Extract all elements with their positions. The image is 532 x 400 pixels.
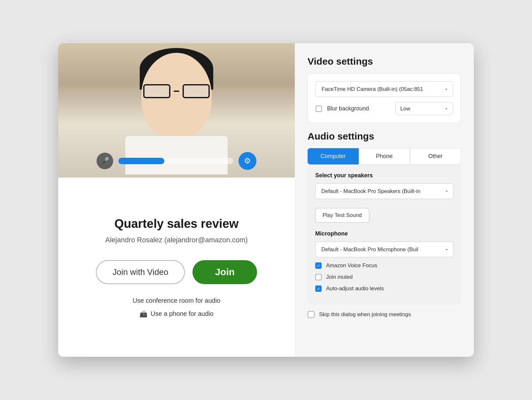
audio-settings-title: Audio settings [308, 131, 461, 142]
audio-level-fill [118, 158, 164, 164]
join-button[interactable]: Join [192, 260, 257, 284]
microphone-section: Microphone Default - MacBook Pro Microph… [315, 230, 453, 292]
speakers-select[interactable]: Default - MacBook Pro Speakers (Built-in [315, 183, 453, 199]
microphone-select[interactable]: Default - MacBook Pro Microphone (Buil‌ [315, 242, 453, 257]
join-muted-label: Join muted [326, 274, 353, 280]
glasses [143, 83, 210, 99]
phone-icon: 📠 [139, 310, 147, 318]
amazon-voice-focus-checkbox[interactable]: ✓ [315, 262, 322, 269]
skip-dialog-row: Skip this dialog when joining meetings [308, 311, 461, 319]
phone-audio-link[interactable]: 📠 Use a phone for audio [139, 310, 214, 318]
play-test-sound-button[interactable]: Play Test Sound [315, 208, 369, 223]
glass-left [143, 84, 170, 98]
settings-gear-button[interactable]: ⚙ [239, 152, 256, 170]
speakers-section-title: Select your speakers [315, 172, 453, 179]
audio-tabs: Computer Phone Other [308, 148, 461, 164]
tab-phone[interactable]: Phone [359, 148, 410, 164]
amazon-voice-focus-label: Amazon Voice Focus [326, 262, 377, 269]
blur-background-checkbox[interactable] [316, 106, 322, 112]
auto-adjust-label: Auto-adjust audio levels [326, 285, 384, 292]
auto-adjust-row: ✓ Auto-adjust audio levels [315, 285, 453, 292]
video-preview: 🎤 ⚙ [58, 43, 295, 178]
camera-select[interactable]: FaceTime HD Camera (Built-in) (05ac:851 [316, 81, 453, 97]
meeting-info: Quartely sales review Alejandro Rosalez … [83, 178, 270, 357]
phone-audio-label: Use a phone for audio [151, 310, 214, 317]
join-muted-checkbox[interactable] [315, 274, 322, 280]
auto-adjust-checkbox[interactable]: ✓ [315, 285, 322, 292]
join-buttons: Join with Video Join [96, 260, 257, 284]
microphone-section-title: Microphone [315, 230, 453, 237]
glass-bridge [174, 91, 179, 92]
amazon-voice-focus-row: ✓ Amazon Voice Focus [315, 262, 453, 269]
conference-room-link[interactable]: Use conference room for audio [133, 297, 221, 304]
audio-level-bar [118, 158, 233, 164]
meeting-title: Quartely sales review [114, 217, 239, 231]
skip-dialog-checkbox[interactable] [308, 311, 315, 318]
skip-dialog-label: Skip this dialog when joining meetings [319, 311, 411, 318]
blur-row: Blur background Low Medium High [316, 102, 453, 115]
blur-level-select[interactable]: Low Medium High [395, 102, 453, 115]
blur-background-label: Blur background [327, 105, 390, 112]
microphone-icon[interactable]: 🎤 [97, 153, 113, 169]
join-muted-row: Join muted [315, 274, 453, 280]
left-panel: 🎤 ⚙ Quartely sales review Alejandro Rosa… [58, 43, 295, 357]
join-with-video-button[interactable]: Join with Video [96, 260, 185, 284]
audio-settings-content: Select your speakers Default - MacBook P… [308, 164, 461, 305]
tab-computer[interactable]: Computer [308, 148, 359, 164]
video-settings-title: Video settings [308, 56, 461, 67]
tab-other[interactable]: Other [410, 148, 461, 164]
video-settings-card: FaceTime HD Camera (Built-in) (05ac:851 … [308, 73, 461, 123]
right-panel: Video settings FaceTime HD Camera (Built… [295, 43, 474, 357]
glass-right [183, 84, 210, 98]
meeting-user: Alejandro Rosalez (alejandror@amazon.com… [105, 236, 247, 244]
meeting-modal: 🎤 ⚙ Quartely sales review Alejandro Rosa… [58, 43, 474, 357]
mic-bar-row: 🎤 ⚙ [58, 152, 295, 170]
